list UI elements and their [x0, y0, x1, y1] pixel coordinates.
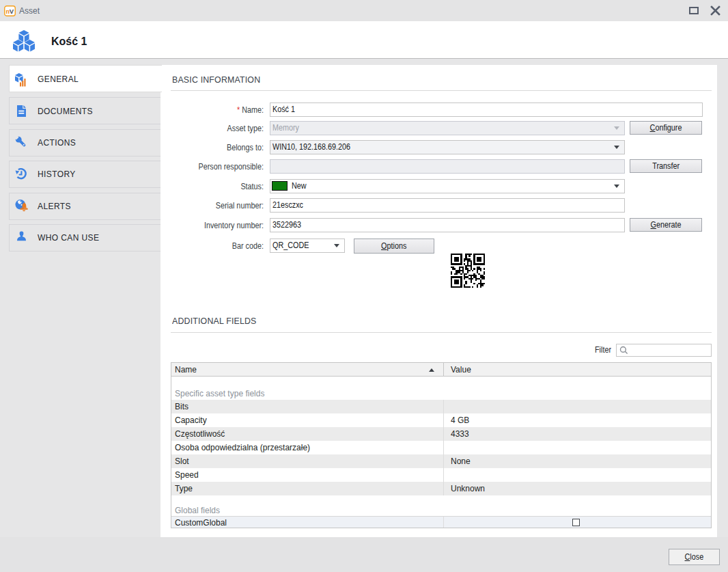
svg-text:V: V	[10, 8, 14, 15]
